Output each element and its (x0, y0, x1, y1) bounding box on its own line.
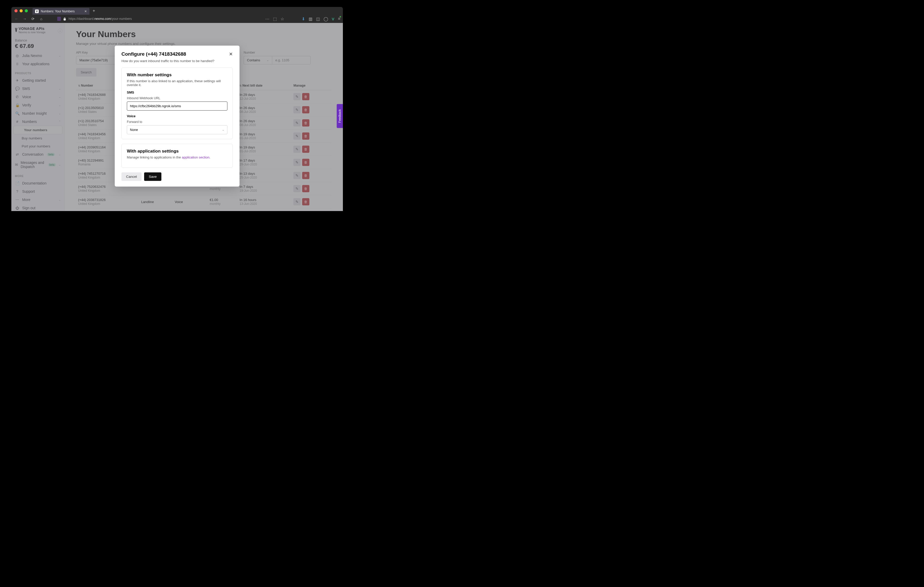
number-settings-card: With number settings If this number is a… (121, 67, 233, 139)
bookmark-icon[interactable]: ☆ (280, 16, 284, 21)
sidebar-icon[interactable]: ◫ (316, 16, 320, 21)
viewport: ‹ \/ VONAGE APIs Nexmo is now Vonage Bal… (12, 23, 343, 211)
menu-icon[interactable]: ≡ (338, 16, 340, 21)
close-window-icon[interactable] (15, 9, 18, 12)
forward-button[interactable]: → (22, 16, 27, 21)
minimize-window-icon[interactable] (20, 9, 23, 12)
window-controls (15, 9, 28, 12)
modal-title: Configure (+44) 7418342688 (121, 51, 186, 57)
extension-icon[interactable]: V (332, 17, 334, 21)
save-button[interactable]: Save (144, 173, 162, 181)
close-icon[interactable]: ✕ (229, 51, 233, 57)
card-title: With application settings (127, 149, 228, 154)
tab-title: Numbers: Your Numbers (41, 10, 74, 13)
forward-to-select[interactable]: None ⌄ (127, 125, 228, 134)
modal-subtitle: How do you want inbound traffic to this … (121, 59, 233, 63)
new-tab-button[interactable]: + (92, 8, 95, 13)
browser-toolbar: ← → ⟳ ⌂ https://dashboard.nexmo.com/your… (12, 15, 343, 23)
feedback-tab[interactable]: Feedback (337, 104, 343, 128)
tab-bar: V Numbers: Your Numbers ✕ + (12, 7, 343, 15)
browser-window: V Numbers: Your Numbers ✕ + ← → ⟳ ⌂ http… (12, 7, 343, 211)
card-subtitle: If this number is also linked to an appl… (127, 79, 228, 87)
close-tab-icon[interactable]: ✕ (84, 10, 87, 13)
reload-button[interactable]: ⟳ (30, 16, 36, 21)
library-icon[interactable]: ▥ (309, 16, 312, 21)
maximize-window-icon[interactable] (25, 9, 28, 12)
favicon-icon: V (35, 10, 39, 13)
modal-overlay[interactable]: Configure (+44) 7418342688 ✕ How do you … (12, 23, 343, 211)
shield-icon[interactable] (57, 17, 61, 21)
application-settings-card: With application settings Manage linking… (121, 144, 233, 168)
home-button[interactable]: ⌂ (39, 16, 44, 21)
webhook-label: Inbound Webhook URL (127, 96, 228, 100)
sms-section-label: SMS (127, 90, 228, 94)
cancel-button[interactable]: Cancel (121, 173, 142, 181)
pocket-icon[interactable]: ⬚ (273, 16, 277, 21)
address-bar[interactable]: https://dashboard.nexmo.com/your-numbers (57, 17, 252, 21)
downloads-icon[interactable]: ⬇ (302, 16, 305, 21)
forward-label: Forward to (127, 120, 228, 124)
webhook-url-input[interactable] (127, 102, 228, 110)
chevron-down-icon: ⌄ (222, 128, 224, 132)
account-icon[interactable]: ◯ (323, 16, 328, 21)
application-section-link[interactable]: application section (182, 155, 210, 159)
voice-section-label: Voice (127, 114, 228, 118)
card-subtitle: Manage linking to applications in the ap… (127, 155, 228, 159)
lock-icon (63, 17, 66, 21)
browser-tab[interactable]: V Numbers: Your Numbers ✕ (33, 8, 89, 15)
card-title: With number settings (127, 72, 228, 77)
page-actions-icon[interactable]: ⋯ (265, 16, 269, 21)
toolbar-right: ⋯ ⬚ ☆ ⬇ ▥ ◫ ◯ V ≡ (265, 16, 340, 21)
configure-modal: Configure (+44) 7418342688 ✕ How do you … (115, 46, 239, 187)
back-button[interactable]: ← (14, 16, 19, 21)
